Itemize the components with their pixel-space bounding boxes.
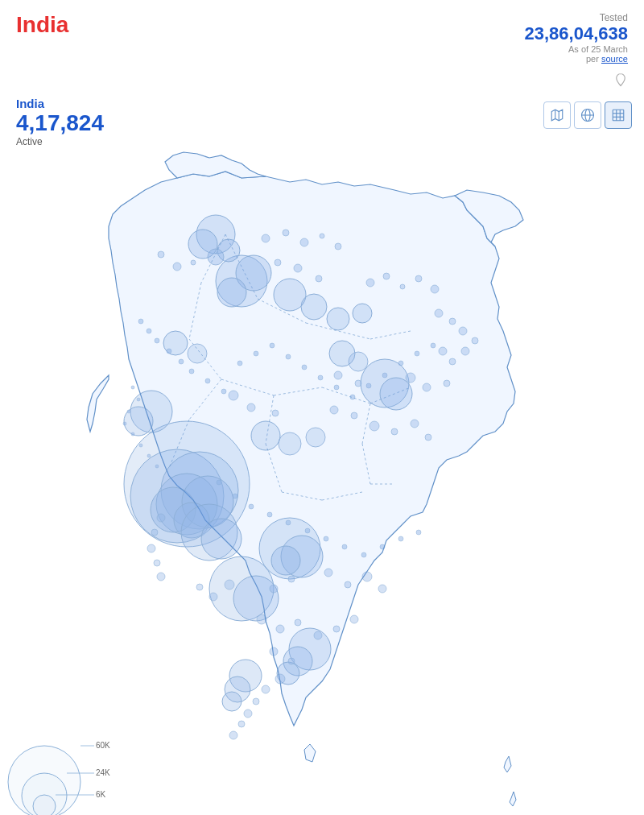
country-title: India [16, 12, 68, 38]
svg-point-73 [283, 230, 289, 236]
svg-point-171 [305, 528, 310, 533]
svg-point-172 [324, 536, 328, 541]
table-view-button[interactable] [605, 101, 632, 129]
pin-icon [613, 72, 628, 87]
svg-point-144 [221, 389, 226, 394]
svg-rect-5 [613, 110, 624, 121]
svg-point-149 [302, 365, 307, 370]
svg-point-120 [262, 685, 270, 693]
map-view-button[interactable] [543, 101, 571, 129]
svg-point-151 [334, 385, 339, 390]
svg-point-89 [247, 403, 255, 412]
svg-point-127 [147, 544, 155, 552]
svg-point-43 [271, 546, 300, 575]
svg-point-113 [295, 619, 301, 626]
svg-point-99 [406, 373, 415, 383]
india-map-svg: 60K 24K 6K [0, 137, 644, 815]
svg-point-50 [208, 249, 224, 265]
map-container: 60K 24K 6K [0, 137, 644, 815]
svg-point-121 [253, 698, 259, 705]
svg-point-110 [378, 585, 386, 593]
svg-point-161 [123, 422, 126, 425]
svg-point-78 [173, 263, 181, 271]
svg-point-104 [196, 584, 203, 590]
svg-point-140 [167, 349, 171, 354]
svg-point-72 [262, 234, 270, 242]
svg-point-152 [350, 395, 355, 399]
svg-point-76 [335, 243, 341, 250]
svg-point-153 [366, 383, 371, 388]
svg-point-158 [131, 386, 134, 389]
svg-point-173 [342, 544, 347, 549]
svg-point-56 [380, 378, 412, 410]
svg-point-81 [294, 264, 302, 272]
map-icon [550, 108, 564, 122]
svg-point-167 [233, 494, 237, 499]
svg-point-108 [345, 581, 351, 588]
svg-point-176 [398, 536, 403, 541]
table-icon [611, 108, 625, 122]
svg-point-71 [349, 352, 368, 371]
svg-point-132 [459, 327, 467, 335]
svg-point-134 [461, 347, 469, 355]
svg-point-180 [33, 795, 56, 815]
svg-point-137 [138, 319, 143, 324]
svg-point-109 [362, 572, 372, 581]
header: India Tested 23,86,04,638 As of 25 March… [0, 12, 644, 64]
pin-area[interactable] [613, 72, 628, 90]
svg-point-103 [209, 593, 217, 601]
svg-point-95 [411, 420, 419, 428]
svg-point-128 [154, 560, 160, 566]
svg-point-117 [270, 647, 278, 656]
svg-point-83 [366, 279, 374, 287]
tested-label: Tested [525, 12, 628, 23]
svg-point-97 [334, 371, 342, 379]
legend-group: 60K 24K 6K [8, 741, 110, 815]
legend-6k: 6K [96, 790, 106, 799]
tested-value: 23,86,04,638 [525, 23, 628, 44]
svg-point-98 [355, 380, 361, 387]
svg-point-90 [272, 410, 279, 416]
svg-point-155 [398, 361, 403, 366]
svg-point-146 [254, 351, 258, 356]
svg-point-169 [267, 512, 272, 517]
tested-date: As of 25 March [525, 44, 628, 54]
svg-point-122 [244, 710, 252, 718]
svg-point-38 [201, 519, 242, 559]
svg-point-156 [415, 351, 419, 356]
svg-point-174 [361, 552, 366, 557]
svg-point-106 [288, 576, 295, 582]
svg-point-147 [270, 343, 275, 348]
svg-point-92 [351, 412, 357, 419]
svg-point-139 [155, 338, 159, 343]
svg-point-141 [179, 359, 184, 364]
svg-point-77 [158, 251, 164, 258]
svg-point-80 [275, 259, 281, 266]
svg-point-114 [314, 631, 322, 639]
svg-point-131 [449, 318, 456, 325]
svg-point-142 [189, 369, 194, 374]
svg-point-168 [249, 504, 254, 509]
tested-source: per source [525, 54, 628, 64]
source-link[interactable]: source [601, 54, 628, 64]
legend-24k: 24K [96, 768, 110, 777]
globe-view-button[interactable] [574, 101, 601, 129]
svg-point-91 [330, 406, 338, 414]
svg-point-111 [257, 614, 266, 624]
svg-point-79 [191, 260, 196, 265]
tested-block: Tested 23,86,04,638 As of 25 March per s… [525, 12, 628, 64]
svg-point-60 [188, 344, 207, 363]
svg-point-170 [286, 520, 291, 525]
svg-point-150 [318, 375, 323, 380]
svg-point-157 [431, 343, 436, 348]
svg-point-88 [229, 391, 238, 400]
svg-point-160 [127, 410, 130, 413]
svg-point-93 [369, 421, 379, 431]
svg-point-52 [301, 294, 327, 320]
svg-point-94 [391, 428, 398, 435]
svg-point-75 [320, 234, 324, 238]
svg-point-116 [350, 615, 358, 623]
svg-point-138 [147, 329, 151, 333]
svg-point-40 [233, 576, 279, 621]
svg-point-159 [137, 398, 140, 401]
